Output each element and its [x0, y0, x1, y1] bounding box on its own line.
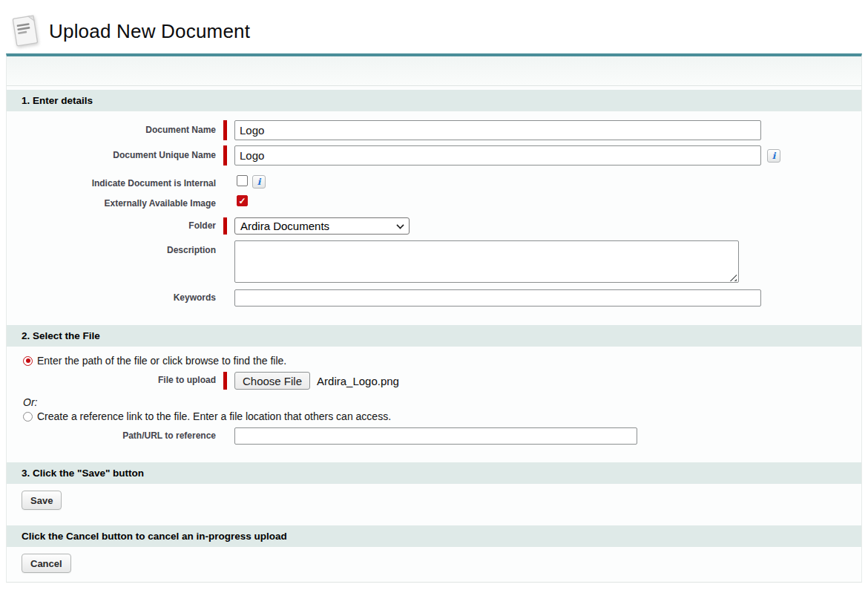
section-title: 1. Enter details — [22, 95, 93, 106]
document-unique-name-input[interactable] — [234, 145, 761, 165]
file-path-radio[interactable] — [23, 356, 33, 366]
section-header-enter-details: 1. Enter details — [7, 90, 861, 111]
row-path-url: Path/URL to reference — [7, 427, 861, 445]
internal-label: Indicate Document is Internal — [7, 175, 216, 189]
description-textarea-wrap — [234, 240, 739, 286]
document-name-input[interactable] — [234, 120, 761, 140]
row-internal-checkbox: Indicate Document is Internal i — [7, 175, 861, 189]
row-file-to-upload: File to upload Choose File Ardira_Logo.p… — [7, 372, 861, 390]
section-title: Click the Cancel button to cancel an in-… — [22, 531, 287, 542]
path-url-label: Path/URL to reference — [7, 427, 216, 441]
save-button[interactable]: Save — [22, 491, 62, 510]
row-description: Description — [7, 240, 861, 286]
or-label: Or: — [7, 396, 861, 408]
section-title: 3. Click the "Save" button — [22, 468, 144, 479]
reference-link-radio-label: Create a reference link to the file. Ent… — [37, 410, 391, 422]
folder-select[interactable]: Ardira Documents — [234, 217, 410, 235]
file-path-radio-label: Enter the path of the file or click brow… — [37, 355, 286, 367]
legend-bar — [7, 56, 861, 86]
spacer — [216, 175, 234, 189]
row-document-unique-name: Document Unique Name i — [7, 145, 861, 165]
row-external-image-checkbox: Externally Available Image — [7, 195, 861, 209]
section-header-select-file: 2. Select the File — [7, 325, 861, 347]
document-unique-name-label: Document Unique Name — [7, 145, 216, 160]
selected-file-name: Ardira_Logo.png — [317, 375, 399, 387]
section-header-save: 3. Click the "Save" button — [7, 462, 861, 484]
radio-row-reference-link: Create a reference link to the file. Ent… — [7, 410, 861, 422]
file-to-upload-label: File to upload — [7, 372, 216, 385]
description-label: Description — [7, 240, 216, 255]
spacer — [216, 427, 234, 445]
row-keywords: Keywords — [7, 289, 861, 307]
cancel-button-row: Cancel — [7, 554, 861, 573]
info-icon[interactable]: i — [252, 175, 266, 189]
row-document-name: Document Name — [7, 120, 861, 140]
keywords-label: Keywords — [7, 289, 216, 303]
internal-checkbox[interactable] — [237, 175, 248, 186]
spacer — [216, 289, 234, 307]
row-folder: Folder Ardira Documents — [7, 217, 861, 235]
page-title: Upload New Document — [49, 20, 250, 43]
section-title: 2. Select the File — [22, 330, 100, 341]
choose-file-button[interactable]: Choose File — [234, 372, 310, 390]
folder-label: Folder — [7, 217, 216, 231]
upload-document-panel: 1. Enter details Document Name Document … — [6, 53, 862, 583]
page-header: Upload New Document — [0, 0, 868, 53]
spacer — [216, 195, 234, 209]
spacer — [216, 240, 234, 286]
document-icon — [7, 13, 43, 50]
description-textarea[interactable] — [234, 240, 739, 283]
radio-row-file-path: Enter the path of the file or click brow… — [7, 355, 861, 367]
required-marker — [216, 372, 234, 390]
required-marker — [216, 145, 234, 165]
required-marker — [216, 217, 234, 235]
reference-link-radio[interactable] — [23, 412, 33, 422]
required-bar — [223, 217, 227, 235]
required-marker — [216, 120, 234, 140]
external-image-label: Externally Available Image — [7, 195, 216, 209]
folder-select-value[interactable]: Ardira Documents — [234, 217, 410, 235]
document-name-label: Document Name — [7, 120, 216, 135]
cancel-button[interactable]: Cancel — [22, 554, 71, 573]
required-bar — [223, 372, 227, 390]
required-bar — [223, 145, 227, 165]
save-button-row: Save — [7, 491, 861, 510]
keywords-input[interactable] — [234, 289, 761, 307]
info-icon[interactable]: i — [767, 149, 780, 163]
path-url-input[interactable] — [234, 427, 637, 445]
section-header-cancel: Click the Cancel button to cancel an in-… — [7, 525, 861, 547]
required-bar — [223, 120, 227, 140]
external-image-checkbox[interactable] — [237, 195, 248, 206]
